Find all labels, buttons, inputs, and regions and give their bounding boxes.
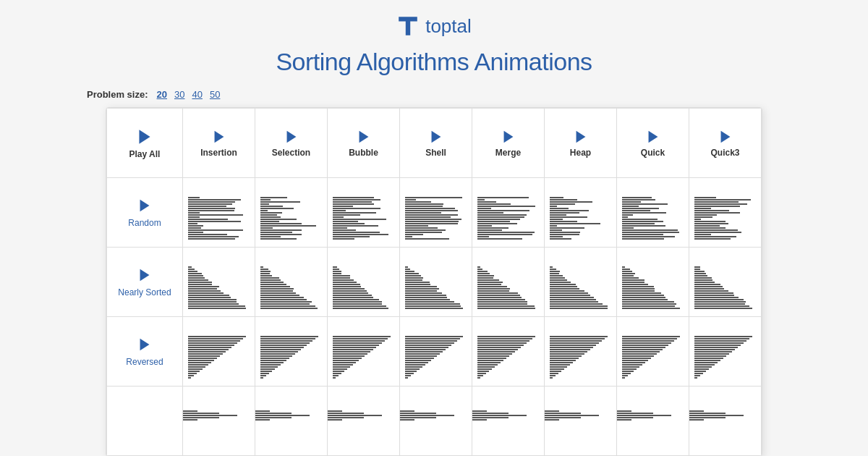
cell-random-heap[interactable]	[545, 178, 617, 248]
row-label-few-unique[interactable]	[107, 387, 183, 456]
cell-nearly-quick3[interactable]	[689, 248, 762, 317]
cell-few-heap[interactable]	[545, 387, 617, 456]
cell-reversed-selection[interactable]	[255, 317, 328, 387]
row-random: Random	[107, 178, 762, 248]
grid-table: Play All Insertion	[106, 108, 762, 456]
cell-nearly-insertion[interactable]	[183, 248, 255, 317]
col-label-insertion: Insertion	[200, 148, 237, 158]
svg-marker-3	[286, 130, 296, 143]
bars-reversed-quick	[622, 324, 684, 379]
col-header-heap[interactable]: Heap	[545, 109, 617, 178]
col-label-merge: Merge	[495, 148, 521, 158]
bars-random-insertion	[188, 185, 250, 240]
row-label-text-reversed: Reversed	[126, 357, 163, 367]
row-nearly-sorted: Nearly Sorted	[107, 248, 762, 317]
cell-reversed-quick[interactable]	[617, 317, 689, 387]
bars-random-shell	[405, 185, 467, 240]
bars-nearly-insertion	[188, 255, 250, 309]
play-heap-icon	[573, 129, 589, 145]
cell-random-quick3[interactable]	[689, 178, 762, 248]
cell-random-shell[interactable]	[400, 178, 472, 248]
cell-random-quick[interactable]	[617, 178, 689, 248]
cell-reversed-heap[interactable]	[545, 317, 617, 387]
bars-reversed-quick3	[694, 324, 756, 379]
col-header-play-all[interactable]: Play All	[107, 109, 183, 178]
row-label-text-nearly: Nearly Sorted	[118, 287, 171, 297]
row-label-random[interactable]: Random	[107, 178, 183, 248]
bars-nearly-selection	[260, 255, 322, 309]
bars-random-heap	[550, 185, 611, 240]
col-header-quick[interactable]: Quick	[617, 109, 689, 178]
col-label-play-all: Play All	[129, 149, 161, 159]
play-reversed-icon	[137, 337, 153, 352]
row-reversed: Reversed	[107, 317, 762, 387]
play-insertion-icon	[211, 129, 227, 145]
cell-random-insertion[interactable]	[183, 178, 255, 248]
cell-reversed-shell[interactable]	[400, 317, 472, 387]
col-label-quick3: Quick3	[710, 148, 739, 158]
bars-nearly-merge	[477, 255, 539, 309]
size-option-50[interactable]: 50	[210, 89, 220, 100]
play-merge-icon	[501, 129, 516, 145]
size-option-40[interactable]: 40	[192, 89, 202, 100]
bars-nearly-bubble	[333, 255, 394, 309]
cell-random-selection[interactable]	[255, 178, 328, 248]
cell-reversed-insertion[interactable]	[183, 317, 255, 387]
cell-few-bubble[interactable]	[328, 387, 400, 456]
bars-nearly-heap	[550, 255, 611, 309]
svg-marker-9	[720, 130, 730, 143]
col-header-merge[interactable]: Merge	[472, 109, 545, 178]
row-label-text-random: Random	[128, 218, 161, 228]
svg-marker-5	[431, 130, 441, 143]
cell-nearly-quick[interactable]	[617, 248, 689, 317]
bars-reversed-shell	[405, 324, 467, 379]
cell-nearly-merge[interactable]	[472, 248, 545, 317]
size-option-20[interactable]: 20	[157, 89, 167, 100]
svg-marker-2	[214, 130, 224, 143]
col-header-shell[interactable]: Shell	[400, 109, 472, 178]
col-header-insertion[interactable]: Insertion	[183, 109, 255, 178]
svg-marker-12	[140, 338, 150, 350]
col-header-selection[interactable]: Selection	[255, 109, 328, 178]
cell-few-quick[interactable]	[617, 387, 689, 456]
row-label-reversed[interactable]: Reversed	[107, 317, 183, 387]
svg-marker-11	[140, 269, 150, 281]
cell-few-merge[interactable]	[472, 387, 545, 456]
cell-nearly-heap[interactable]	[545, 248, 617, 317]
cell-few-insertion[interactable]	[183, 387, 255, 456]
bars-reversed-insertion	[188, 324, 250, 379]
cell-few-selection[interactable]	[255, 387, 328, 456]
bars-reversed-bubble	[333, 324, 394, 379]
grid-container: Play All Insertion	[106, 107, 762, 456]
cell-nearly-bubble[interactable]	[328, 248, 400, 317]
cell-few-quick3[interactable]	[689, 387, 762, 456]
play-nearly-icon	[137, 267, 153, 283]
cell-few-shell[interactable]	[400, 387, 472, 456]
bars-random-quick3	[694, 185, 756, 240]
problem-size-label: Problem size:	[87, 89, 148, 100]
page-wrapper: toptal Sorting Algorithms Animations Pro…	[0, 0, 868, 456]
play-bubble-icon	[356, 129, 372, 145]
cell-nearly-shell[interactable]	[400, 248, 472, 317]
bars-nearly-quick	[622, 255, 684, 309]
play-selection-icon	[284, 129, 299, 145]
logo: toptal	[396, 14, 472, 38]
cell-reversed-quick3[interactable]	[689, 317, 762, 387]
cell-reversed-bubble[interactable]	[328, 317, 400, 387]
problem-size-options: 20 30 40 50	[157, 89, 221, 100]
cell-reversed-merge[interactable]	[472, 317, 545, 387]
play-random-icon	[137, 198, 153, 214]
cell-nearly-selection[interactable]	[255, 248, 328, 317]
col-header-quick3[interactable]: Quick3	[689, 109, 762, 178]
col-label-shell: Shell	[425, 148, 446, 158]
bars-nearly-shell	[405, 255, 467, 309]
svg-marker-4	[359, 130, 368, 143]
size-option-30[interactable]: 30	[174, 89, 184, 100]
play-quick-icon	[645, 129, 661, 145]
logo-text: toptal	[425, 15, 472, 38]
row-label-nearly-sorted[interactable]: Nearly Sorted	[107, 248, 183, 317]
bars-nearly-quick3	[694, 255, 756, 309]
cell-random-merge[interactable]	[472, 178, 545, 248]
col-header-bubble[interactable]: Bubble	[328, 109, 400, 178]
cell-random-bubble[interactable]	[328, 178, 400, 248]
